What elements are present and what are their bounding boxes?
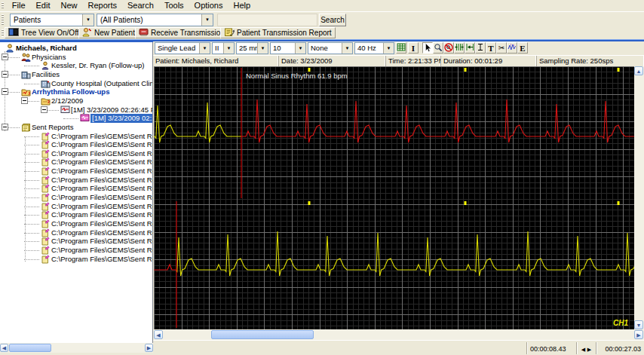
doctor-icon bbox=[41, 61, 51, 70]
tree-item[interactable]: Arrhythmia Follow-ups bbox=[0, 87, 153, 96]
menu-item-edit[interactable]: Edit bbox=[31, 0, 56, 11]
tree-item[interactable]: County Hospital (Outpatient Clinic) bbox=[0, 79, 153, 88]
ecg-scrollbar-thumb[interactable] bbox=[211, 330, 314, 339]
tree-item[interactable]: [1M] 3/23/2009 02:21 bbox=[0, 114, 153, 123]
chevron-down-icon[interactable]: ▼ bbox=[223, 43, 234, 54]
scroll-up-icon[interactable]: ▲ bbox=[634, 66, 643, 75]
collapse-icon[interactable] bbox=[2, 54, 8, 60]
patient-tree[interactable]: Michaels, RichardPhysiciansKessler, Dr. … bbox=[0, 42, 153, 343]
lead-select[interactable]: II▼ bbox=[212, 42, 235, 54]
report-file-icon bbox=[41, 210, 51, 219]
scope-select[interactable]: (All Patients) ▼ bbox=[97, 14, 213, 26]
ecg-horizontal-scrollbar[interactable]: ◀ ▶ bbox=[153, 329, 644, 340]
menu-item-tools[interactable]: Tools bbox=[159, 0, 189, 11]
menu-item-search[interactable]: Search bbox=[122, 0, 159, 11]
pointer-button[interactable] bbox=[422, 42, 433, 54]
tree-item[interactable]: C:\Program Files\GEMS\Sent Repo bbox=[0, 176, 153, 185]
search-button[interactable]: Search bbox=[319, 14, 346, 26]
tree-item[interactable]: C:\Program Files\GEMS\Sent Repo bbox=[0, 132, 153, 141]
zoom-off-button[interactable] bbox=[443, 42, 454, 54]
chevron-down-icon[interactable]: ▼ bbox=[342, 43, 352, 54]
tree-item[interactable]: C:\Program Files\GEMS\Sent Repo bbox=[0, 210, 153, 219]
tree-item[interactable]: C:\Program Files\GEMS\Sent Repo bbox=[0, 140, 153, 149]
menu-item-reports[interactable]: Reports bbox=[83, 0, 123, 11]
collapse-icon[interactable] bbox=[41, 106, 48, 113]
menu-item-new[interactable]: New bbox=[55, 0, 82, 11]
ecg-waveform-area[interactable]: Normal Sinus Rhythm 61.9 bpm CH1 bbox=[154, 66, 634, 329]
chevron-down-icon[interactable]: ▼ bbox=[257, 43, 268, 54]
tree-item-label: County Hospital (Outpatient Clinic) bbox=[51, 79, 153, 88]
menu-item-help[interactable]: Help bbox=[228, 0, 256, 11]
tree-item[interactable]: Kessler, Dr. Ryan (Follow-up) bbox=[0, 61, 153, 70]
chevron-down-icon[interactable]: ▼ bbox=[383, 43, 394, 54]
patient-info-bar: Patient: Michaels, Richard Date: 3/23/20… bbox=[153, 55, 644, 66]
tree-item[interactable]: C:\Program Files\GEMS\Sent Repo bbox=[0, 202, 153, 211]
action-toolbar-grip bbox=[2, 29, 4, 37]
tree-item[interactable]: C:\Program Files\GEMS\Sent Repo bbox=[0, 255, 153, 264]
chevron-down-icon[interactable]: ▼ bbox=[201, 14, 213, 26]
total-time: 00:00:27.03 bbox=[596, 342, 644, 354]
collapse-icon[interactable] bbox=[2, 71, 8, 78]
collapse-icon[interactable] bbox=[2, 88, 8, 95]
category-select[interactable]: Patients ▼ bbox=[10, 14, 94, 26]
chevron-down-icon[interactable]: ▼ bbox=[82, 14, 94, 26]
scroll-right-icon[interactable]: ▶ bbox=[145, 344, 153, 352]
tree-item[interactable]: C:\Program Files\GEMS\Sent Repo bbox=[0, 184, 153, 193]
tree-item[interactable]: C:\Program Files\GEMS\Sent Repo bbox=[0, 193, 153, 202]
filter-select[interactable]: 40 Hz▼ bbox=[354, 42, 394, 54]
new-patient-button[interactable]: New Patient bbox=[78, 27, 139, 38]
scroll-left-icon[interactable]: ◀ bbox=[154, 330, 163, 339]
scroll-right-icon[interactable]: ▶ bbox=[634, 330, 643, 339]
step-forward-icon[interactable]: ▶ bbox=[587, 347, 591, 352]
gain-select[interactable]: 10 mm/mV▼ bbox=[270, 42, 306, 54]
collapse-icon[interactable] bbox=[2, 124, 8, 130]
chevron-down-icon[interactable]: ▼ bbox=[295, 43, 305, 54]
tree-item[interactable]: [1M] 3/23/2009 02:26:45 PM bbox=[0, 106, 153, 115]
tree-item[interactable]: C:\Program Files\GEMS\Sent Repo bbox=[0, 219, 153, 228]
menu-item-options[interactable]: Options bbox=[189, 0, 228, 11]
measure-button[interactable] bbox=[465, 42, 475, 54]
time-step-buttons[interactable]: ◀ ▶ bbox=[576, 342, 596, 354]
lead-mode-select[interactable]: Single Lead▼ bbox=[155, 42, 210, 54]
tree-connector bbox=[24, 259, 39, 260]
menu-item-file[interactable]: File bbox=[7, 0, 31, 11]
tree-scrollbar-thumb[interactable] bbox=[9, 344, 51, 352]
tree-item[interactable]: C:\Program Files\GEMS\Sent Repo bbox=[0, 237, 153, 246]
patient-transmission-report-button[interactable]: Patient Transmission Report bbox=[220, 27, 336, 38]
overlay-select[interactable]: None▼ bbox=[308, 42, 353, 54]
combo-value: 40 Hz bbox=[357, 44, 376, 52]
tree-item[interactable]: C:\Program Files\GEMS\Sent Repo bbox=[0, 149, 153, 158]
events-button[interactable] bbox=[507, 42, 517, 54]
tree-item[interactable]: C:\Program Files\GEMS\Sent Repo bbox=[0, 167, 153, 176]
tree-item[interactable]: Physicians bbox=[0, 53, 153, 62]
caliper-button[interactable]: I bbox=[408, 42, 419, 54]
tree-item[interactable]: Michaels, Richard bbox=[0, 44, 153, 53]
chevron-down-icon[interactable]: ▼ bbox=[199, 43, 210, 54]
compress-button[interactable] bbox=[454, 42, 465, 54]
tree-item[interactable]: C:\Program Files\GEMS\Sent Repo bbox=[0, 246, 153, 255]
scroll-down-icon[interactable]: ▼ bbox=[634, 320, 643, 329]
step-back-icon[interactable]: ◀ bbox=[581, 347, 585, 352]
collapse-icon[interactable] bbox=[21, 97, 28, 104]
text-icon: T bbox=[488, 44, 493, 53]
grid-button[interactable] bbox=[396, 42, 406, 54]
tree-item[interactable]: C:\Program Files\GEMS\Sent Repo bbox=[0, 158, 153, 167]
tree-item-label: Michaels, Richard bbox=[16, 44, 77, 53]
text-annotation-button[interactable]: T bbox=[486, 42, 496, 54]
search-input[interactable] bbox=[217, 14, 317, 26]
speed-select[interactable]: 25 mm/s▼ bbox=[236, 42, 268, 54]
tree-view-button[interactable]: Tree View On/Off bbox=[5, 27, 83, 38]
zoom-in-button[interactable] bbox=[433, 42, 443, 54]
tree-item[interactable]: C:\Program Files\GEMS\Sent Repo bbox=[0, 228, 153, 237]
tree-item-label: Facilities bbox=[32, 70, 60, 79]
receive-transmission-button[interactable]: Receive Transmission bbox=[135, 27, 228, 38]
ecg-vertical-scrollbar[interactable]: ▲ ▼ bbox=[634, 66, 644, 329]
cut-button[interactable]: ✂ bbox=[496, 42, 507, 54]
vertical-caliper-button[interactable] bbox=[475, 42, 486, 54]
tree-item[interactable]: Sent Reports bbox=[0, 123, 153, 132]
tree-item[interactable]: 2/12/2009 bbox=[0, 96, 153, 106]
tree-item[interactable]: Facilities bbox=[0, 70, 153, 79]
edit-button[interactable]: E bbox=[517, 42, 528, 54]
tree-horizontal-scrollbar[interactable]: ◀ ▶ bbox=[0, 343, 153, 353]
scroll-left-icon[interactable]: ◀ bbox=[0, 344, 8, 352]
